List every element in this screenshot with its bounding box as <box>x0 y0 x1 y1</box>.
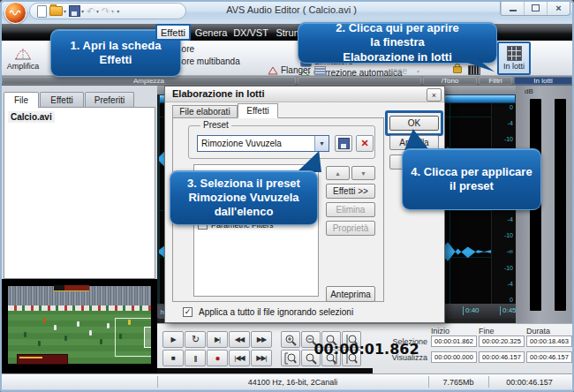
move-up-button[interactable]: ▲ <box>326 166 350 180</box>
selection-header-fine: Fine <box>479 327 495 335</box>
apply-whole-file-checkbox[interactable] <box>183 307 193 317</box>
callout-step2: 2. Clicca qui per aprire la finestra Ela… <box>298 22 497 64</box>
ok-button[interactable]: OK <box>389 116 439 131</box>
delete-preset-button[interactable]: ✕ <box>356 135 374 152</box>
status-duration: 00:00:46.157 <box>488 378 570 387</box>
go-to-end-icon: ▶▶| <box>256 354 266 362</box>
window-controls: × <box>500 0 570 16</box>
new-file-button[interactable] <box>37 5 47 18</box>
dialog-tab-file-elaborati[interactable]: File elaborati <box>172 105 238 118</box>
dialog-tab-effetti[interactable]: Effetti <box>238 103 278 118</box>
selection-duration-field[interactable]: 00:00:18.463 <box>526 335 572 347</box>
status-format: 44100 Hz, 16-bit, 2Canali <box>157 378 428 387</box>
transport-panel: ▶ ↻ ▶| ◀◀ ▶▶ ■ || ● |◀◀ ▶▶| 00:00:01.862… <box>157 323 574 373</box>
flanger-button[interactable]: Flanger <box>268 65 311 75</box>
caption-ampiezza: Ampiezza <box>2 77 296 85</box>
selection-header-inizio: Inizio <box>431 327 449 335</box>
zoom-in-button[interactable] <box>281 331 300 348</box>
close-icon: × <box>555 3 561 13</box>
pause-icon: || <box>194 354 196 362</box>
tab-dxvst[interactable]: DX/VST <box>231 26 270 39</box>
vibrato-icon[interactable] <box>314 66 326 76</box>
lock-icon[interactable] <box>453 66 462 73</box>
delete-effect-button[interactable]: Elimina <box>326 202 375 217</box>
stop-button[interactable]: ■ <box>162 350 184 366</box>
stop-icon: ■ <box>171 354 175 362</box>
pause-button[interactable]: || <box>185 350 206 366</box>
save-button[interactable]: ▾ <box>69 5 84 17</box>
record-button[interactable]: ● <box>207 350 228 366</box>
file-list[interactable]: Calcio.avi <box>4 107 155 279</box>
view-row-label: Visualizza <box>371 353 427 362</box>
play-to-end-icon: ▶| <box>215 335 220 343</box>
loop-icon: ↻ <box>192 334 199 345</box>
down-arrow-icon: ▼ <box>360 170 366 177</box>
spectrum-icon[interactable] <box>468 65 480 75</box>
status-bar: 44100 Hz, 16-bit, 2Canali 7.765Mb 00:00:… <box>2 373 572 389</box>
open-file-button[interactable]: ▾ <box>49 6 66 16</box>
dialog-title: Elaborazione in lotti <box>172 88 265 99</box>
go-to-end-button[interactable]: ▶▶| <box>251 350 272 366</box>
avs-logo-icon[interactable] <box>4 2 26 24</box>
video-preview <box>2 279 157 373</box>
minimize-icon <box>510 7 517 11</box>
loop-button[interactable]: ↻ <box>185 331 206 348</box>
zoom-in-icon <box>284 334 297 346</box>
view-start-field[interactable]: 00:00:00.000 <box>431 351 477 363</box>
move-down-button[interactable]: ▼ <box>351 166 375 180</box>
restore-button[interactable] <box>524 0 547 15</box>
selection-end-field[interactable]: 00:00:20.325 <box>479 335 525 347</box>
amplifica-button[interactable]: Amplifica <box>5 42 41 74</box>
voce-caret-icon: ▾ <box>417 69 419 74</box>
dialog-title-bar[interactable]: Elaborazione in lotti × <box>165 87 444 102</box>
open-folder-icon <box>49 6 63 16</box>
dialog-close-button[interactable]: × <box>427 88 442 102</box>
combo-arrow-icon[interactable]: ▼ <box>314 136 329 151</box>
play-icon: ▶ <box>170 335 175 343</box>
amplify-icon <box>13 47 33 61</box>
status-filesize: 7.765Mb <box>428 378 488 387</box>
preset-combobox[interactable]: Rimozione Vuvuzela ▼ <box>197 135 329 152</box>
voce-dropdown[interactable]: voce <box>389 66 407 76</box>
view-end-field[interactable]: 00:00:46.157 <box>479 351 525 363</box>
preset-value: Rimozione Vuvuzela <box>198 139 314 148</box>
preview-button[interactable]: Anteprima <box>326 286 375 302</box>
zoom-selection-start-button[interactable] <box>281 350 300 366</box>
new-file-icon <box>37 5 47 18</box>
caption-middle <box>298 77 421 85</box>
selection-start-field[interactable]: 00:00:01.862 <box>431 335 477 347</box>
panel-tab-preferiti[interactable]: Preferiti <box>85 92 134 107</box>
tab-genera[interactable]: Genera <box>193 26 230 39</box>
caption-in-lotti: In lotti <box>514 77 572 85</box>
effects-menu-button[interactable]: Effetti >> <box>326 184 375 199</box>
callout-step3: 3. Seleziona il preset Rimozione Vuvuzel… <box>170 170 318 225</box>
tab-effetti[interactable]: Effetti <box>155 24 191 41</box>
selection-row-label: Selezione <box>371 337 427 346</box>
batch-grid-icon <box>507 46 522 61</box>
zoom-selection-start-icon <box>284 352 297 365</box>
save-icon <box>69 5 80 17</box>
view-duration-field[interactable]: 00:00:46.157 <box>526 351 572 363</box>
preset-label: Preset <box>200 120 231 130</box>
panel-tab-file[interactable]: File <box>4 92 39 108</box>
level-meter-right <box>555 99 566 311</box>
panel-tab-effetti[interactable]: Effetti <box>40 92 84 107</box>
minimize-button[interactable] <box>501 0 524 15</box>
go-to-start-button[interactable]: |◀◀ <box>229 350 250 366</box>
up-arrow-icon: ▲ <box>335 170 341 177</box>
file-list-item[interactable]: Calcio.avi <box>8 111 55 123</box>
apply-whole-file-label: Applica a tutto il file ignorando selezi… <box>199 307 353 317</box>
play-to-end-button[interactable]: ▶| <box>207 331 228 348</box>
save-preset-button[interactable] <box>335 135 352 152</box>
in-lotti-button[interactable]: In lotti <box>497 41 531 75</box>
restore-icon <box>532 4 540 11</box>
tab-inizio[interactable]: Inizio <box>85 2 122 15</box>
properties-button[interactable]: Proprietà <box>326 221 375 236</box>
rewind-button[interactable]: ◀◀ <box>229 331 250 348</box>
play-button[interactable]: ▶ <box>162 331 184 348</box>
flanger-icon <box>268 66 278 75</box>
score-overlay-bottom <box>17 354 68 365</box>
app-window: ▾ ▾ ↶▾ ↷▾ ▾ AVS Audio Editor ( Calcio.av… <box>0 0 574 392</box>
forward-button[interactable]: ▶▶ <box>251 331 272 348</box>
close-button[interactable]: × <box>547 0 570 15</box>
